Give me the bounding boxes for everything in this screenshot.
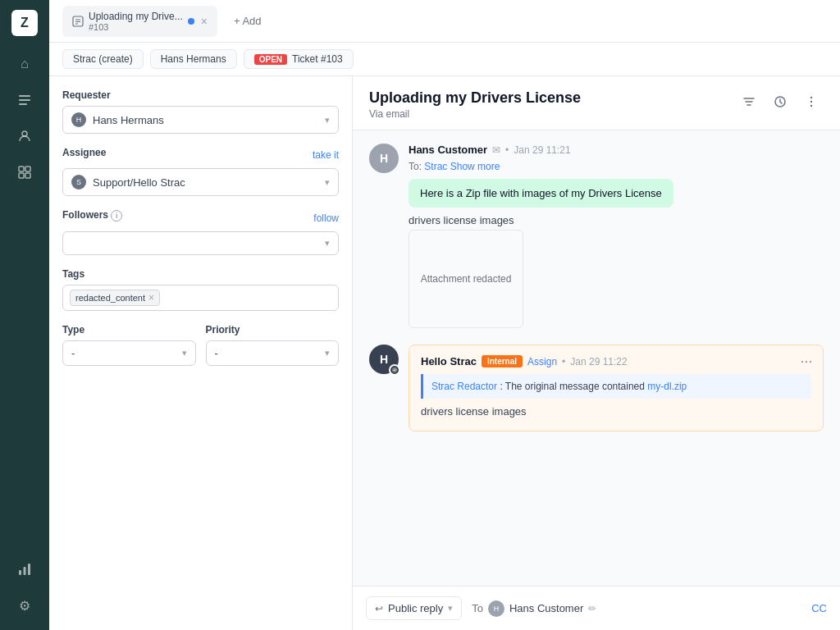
svg-point-20 xyxy=(801,361,803,363)
settings-icon[interactable]: ⚙ xyxy=(10,591,39,620)
topbar: Uploading my Drive... #103 × + Add xyxy=(49,0,840,43)
priority-section: Priority - ▾ xyxy=(206,324,340,366)
internal-message-body: Hello Strac Internal Assign • Jan 29 11:… xyxy=(409,345,824,431)
sidebar: Z ⌂ ⚙ xyxy=(0,0,49,630)
assignee-header: Assignee take it xyxy=(62,147,339,163)
attachment-redacted-text: Attachment redacted xyxy=(421,273,512,285)
internal-badge: Internal xyxy=(482,355,523,368)
to-strac-link[interactable]: Strac xyxy=(424,161,447,172)
requester-label: Requester xyxy=(62,89,339,101)
add-tab-button[interactable]: + Add xyxy=(224,10,272,32)
svg-rect-10 xyxy=(28,564,30,575)
priority-value: - xyxy=(215,347,218,359)
reply-to-avatar: H xyxy=(488,600,504,617)
priority-select[interactable]: - ▾ xyxy=(206,340,340,366)
open-badge: OPEN xyxy=(254,54,287,65)
tags-container[interactable]: redacted_content × xyxy=(62,285,339,311)
requester-name: Hans Hermans xyxy=(93,114,318,126)
assign-link[interactable]: Assign xyxy=(527,356,557,368)
svg-point-21 xyxy=(806,361,807,363)
svg-rect-7 xyxy=(25,173,30,178)
home-icon[interactable]: ⌂ xyxy=(10,49,39,79)
reply-to-edit-icon[interactable]: ✏ xyxy=(588,603,596,614)
svg-point-16 xyxy=(810,97,812,98)
message-customer: H Hans Customer ✉ • Jan 29 11:21 To: Str… xyxy=(369,144,824,328)
attachment-filename: drivers license images xyxy=(409,214,824,226)
reply-type-chevron-icon: ▾ xyxy=(448,603,453,614)
message-internal: H Hello Strac Internal xyxy=(369,345,824,431)
assignee-section: Assignee take it S Support/Hello Strac ▾ xyxy=(62,147,339,196)
filter-icon[interactable] xyxy=(737,89,761,114)
followers-chevron-icon: ▾ xyxy=(325,238,330,249)
internal-attachment-name: drivers license images xyxy=(421,405,811,418)
requester-select[interactable]: H Hans Hermans ▾ xyxy=(62,106,339,134)
tab-unsaved-dot xyxy=(188,18,194,25)
tab-close-button[interactable]: × xyxy=(201,15,208,28)
reply-type-label: Public reply xyxy=(388,602,443,614)
reply-arrow-icon: ↩ xyxy=(375,603,383,614)
followers-header: Followers i follow xyxy=(62,209,339,226)
more-options-icon[interactable] xyxy=(799,89,824,114)
tickets-icon[interactable] xyxy=(10,85,39,115)
cc-button[interactable]: CC xyxy=(811,602,827,614)
quote-prefix: Strac Redactor xyxy=(431,381,497,392)
reply-type-selector[interactable]: ↩ Public reply ▾ xyxy=(366,596,462,620)
followers-info-icon[interactable]: i xyxy=(111,210,122,221)
reports-icon[interactable] xyxy=(10,555,39,584)
tags-section: Tags redacted_content × xyxy=(62,268,339,311)
breadcrumb-user[interactable]: Hans Hermans xyxy=(150,49,237,69)
internal-message-header: Hello Strac Internal Assign • Jan 29 11:… xyxy=(421,355,811,368)
customer-avatar: H xyxy=(369,144,399,173)
priority-chevron-icon: ▾ xyxy=(325,348,330,358)
internal-message-time: Jan 29 11:22 xyxy=(570,356,627,368)
ticket-info: Uploading my Drivers License Via email xyxy=(369,89,581,120)
customer-message-to: To: Strac Show more xyxy=(409,161,824,172)
follow-link[interactable]: follow xyxy=(313,212,339,224)
type-chevron-icon: ▾ xyxy=(182,348,187,358)
history-icon[interactable] xyxy=(768,89,792,114)
assignee-select[interactable]: S Support/Hello Strac ▾ xyxy=(62,168,339,196)
assignee-label: Assignee xyxy=(62,147,106,158)
internal-more-button[interactable] xyxy=(800,355,813,371)
ticket-via: Via email xyxy=(369,108,581,120)
followers-label: Followers i xyxy=(62,209,122,221)
agent-avatar: H xyxy=(369,345,399,374)
svg-point-17 xyxy=(810,101,812,103)
reply-bar: ↩ Public reply ▾ To H Hans Customer ✏ CC xyxy=(353,586,840,630)
show-more-link[interactable]: Show more xyxy=(450,161,500,172)
requester-avatar: H xyxy=(71,112,86,127)
tab-number: #103 xyxy=(89,22,183,32)
type-select[interactable]: - ▾ xyxy=(62,340,196,366)
main-area: Uploading my Drive... #103 × + Add Strac… xyxy=(49,0,840,630)
customer-name: Hans Customer xyxy=(409,144,487,156)
internal-quote: Strac Redactor : The original message co… xyxy=(421,374,811,399)
tag-label: redacted_content xyxy=(75,293,145,303)
tags-label: Tags xyxy=(62,268,339,280)
breadcrumb-ticket[interactable]: OPEN Ticket #103 xyxy=(244,49,354,69)
tag-remove-button[interactable]: × xyxy=(148,292,154,304)
svg-rect-8 xyxy=(19,570,21,575)
right-panel: Uploading my Drivers License Via email xyxy=(353,76,840,630)
logo: Z xyxy=(11,10,38,36)
take-it-link[interactable]: take it xyxy=(313,149,339,161)
svg-rect-1 xyxy=(19,99,30,101)
agent-badge xyxy=(389,364,400,376)
users-icon[interactable] xyxy=(10,121,39,151)
assignee-chevron-icon: ▾ xyxy=(325,177,330,188)
content-area: Requester H Hans Hermans ▾ Assignee take… xyxy=(49,76,840,630)
customer-message-header: Hans Customer ✉ • Jan 29 11:21 xyxy=(409,144,824,156)
reply-to-name: Hans Customer xyxy=(509,602,583,614)
svg-rect-5 xyxy=(25,167,30,171)
apps-icon[interactable] xyxy=(10,158,39,187)
followers-select[interactable]: ▾ xyxy=(62,231,339,255)
customer-message-time: Jan 29 11:21 xyxy=(514,144,570,156)
svg-rect-6 xyxy=(19,173,24,178)
left-panel: Requester H Hans Hermans ▾ Assignee take… xyxy=(49,76,353,630)
assignee-avatar: S xyxy=(71,175,86,189)
quote-link[interactable]: my-dl.zip xyxy=(647,381,687,392)
svg-rect-4 xyxy=(19,167,24,171)
type-section: Type - ▾ xyxy=(62,324,196,366)
active-tab[interactable]: Uploading my Drive... #103 × xyxy=(62,6,217,37)
svg-point-3 xyxy=(22,131,27,136)
breadcrumb-strac[interactable]: Strac (create) xyxy=(62,49,144,69)
